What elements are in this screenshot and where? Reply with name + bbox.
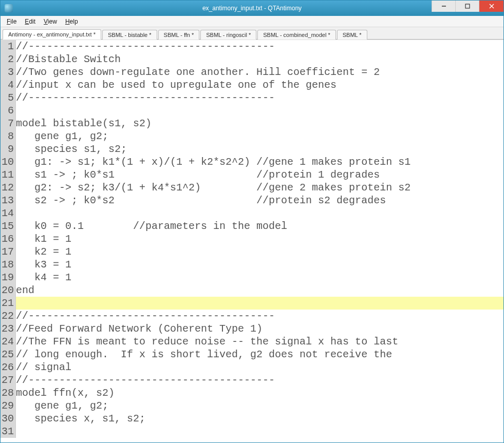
line-number: 3 — [2, 66, 14, 79]
menu-view[interactable]: View — [40, 17, 61, 26]
line-number: 6 — [2, 104, 14, 117]
code-line[interactable]: //--------------------------------------… — [16, 40, 503, 53]
line-number: 8 — [2, 130, 14, 143]
code-line[interactable]: k3 = 1 — [16, 258, 503, 271]
code-line[interactable]: k4 = 1 — [16, 271, 503, 284]
line-number: 21 — [2, 297, 14, 310]
line-number: 22 — [2, 310, 14, 322]
line-number: 31 — [2, 425, 14, 438]
tab-1[interactable]: SBML - bistable * — [102, 30, 157, 40]
line-number: 5 — [2, 91, 14, 104]
tab-2[interactable]: SBML - ffn * — [158, 30, 200, 40]
maximize-button[interactable] — [455, 1, 479, 12]
code-line[interactable]: g2: -> s2; k3/(1 + k4*s1^2) //gene 2 mak… — [16, 181, 503, 194]
line-number: 16 — [2, 233, 14, 245]
line-number: 14 — [2, 207, 14, 220]
line-number: 7 — [2, 117, 14, 130]
code-column[interactable]: //--------------------------------------… — [16, 40, 503, 438]
titlebar[interactable]: ex_antimony_input.txt - QTAntimony — [1, 1, 503, 16]
tab-4[interactable]: SBML - combined_model * — [257, 30, 335, 40]
line-number: 30 — [2, 412, 14, 425]
code-line[interactable]: model bistable(s1, s2) — [16, 117, 503, 130]
code-line[interactable]: // signal — [16, 361, 503, 374]
line-number-gutter: 1234567891011121314151617181920212223242… — [1, 40, 16, 438]
line-number: 25 — [2, 348, 14, 361]
window-controls — [432, 1, 503, 16]
tab-3[interactable]: SBML - ringoscil * — [200, 30, 256, 40]
code-line[interactable]: g1: -> s1; k1*(1 + x)/(1 + k2*s2^2) //ge… — [16, 156, 503, 168]
app-icon — [5, 4, 13, 12]
line-number: 18 — [2, 258, 14, 271]
svg-rect-1 — [465, 4, 470, 8]
code-line[interactable]: species s1, s2; — [16, 143, 503, 156]
code-line[interactable]: //Two genes down-regulate one another. H… — [16, 66, 503, 79]
editor-area: 1234567891011121314151617181920212223242… — [1, 40, 503, 442]
line-number: 1 — [2, 40, 14, 53]
line-number: 24 — [2, 335, 14, 348]
minimize-icon — [441, 4, 446, 9]
tab-0[interactable]: Antimony - ex_antimony_input.txt * — [3, 29, 101, 40]
code-line[interactable]: // long enough. If x is short lived, g2 … — [16, 348, 503, 361]
code-line[interactable] — [16, 425, 503, 438]
line-number: 26 — [2, 361, 14, 374]
tabstrip: Antimony - ex_antimony_input.txt *SBML -… — [1, 27, 503, 40]
code-line[interactable]: //input x can be used to upregulate one … — [16, 79, 503, 91]
line-number: 29 — [2, 399, 14, 412]
code-line[interactable]: gene g1, g2; — [16, 399, 503, 412]
line-number: 9 — [2, 143, 14, 156]
window-title: ex_antimony_input.txt - QTAntimony — [202, 5, 302, 12]
line-number: 28 — [2, 387, 14, 399]
code-line[interactable]: //Feed Forward Network (Coherent Type 1) — [16, 322, 503, 335]
line-number: 12 — [2, 181, 14, 194]
line-number: 23 — [2, 322, 14, 335]
line-number: 19 — [2, 271, 14, 284]
code-line[interactable] — [16, 207, 503, 220]
code-line[interactable]: k0 = 0.1 //parameters in the model — [16, 220, 503, 233]
code-line[interactable]: //--------------------------------------… — [16, 310, 503, 322]
menubar: File Edit View Help — [1, 16, 503, 27]
minimize-button[interactable] — [432, 1, 455, 12]
line-number: 11 — [2, 168, 14, 181]
tab-5[interactable]: SBML * — [337, 30, 367, 40]
code-line[interactable]: //--------------------------------------… — [16, 374, 503, 387]
line-number: 10 — [2, 156, 14, 168]
code-line[interactable]: s1 -> ; k0*s1 //protein 1 degrades — [16, 168, 503, 181]
line-number: 15 — [2, 220, 14, 233]
code-line[interactable]: //The FFN is meant to reduce noise -- th… — [16, 335, 503, 348]
close-button[interactable] — [479, 1, 503, 12]
line-number: 27 — [2, 374, 14, 387]
app-window: ex_antimony_input.txt - QTAntimony File … — [0, 0, 504, 443]
code-line[interactable]: k1 = 1 — [16, 233, 503, 245]
code-line[interactable]: s2 -> ; k0*s2 //protein s2 degrades — [16, 194, 503, 207]
code-line[interactable] — [16, 104, 503, 117]
code-line[interactable] — [16, 297, 503, 310]
code-line[interactable]: end — [16, 284, 503, 297]
code-line[interactable]: model ffn(x, s2) — [16, 387, 503, 399]
menu-edit[interactable]: Edit — [21, 17, 40, 26]
maximize-icon — [465, 4, 470, 9]
code-line[interactable]: species x, s1, s2; — [16, 412, 503, 425]
line-number: 4 — [2, 79, 14, 91]
code-line[interactable]: gene g1, g2; — [16, 130, 503, 143]
code-line[interactable]: //--------------------------------------… — [16, 91, 503, 104]
line-number: 20 — [2, 284, 14, 297]
menu-help[interactable]: Help — [61, 17, 82, 26]
code-line[interactable]: //Bistable Switch — [16, 53, 503, 66]
line-number: 2 — [2, 53, 14, 66]
menu-file[interactable]: File — [3, 17, 21, 26]
line-number: 17 — [2, 245, 14, 258]
close-icon — [489, 4, 494, 9]
code-line[interactable]: k2 = 1 — [16, 245, 503, 258]
code-editor[interactable]: 1234567891011121314151617181920212223242… — [1, 40, 503, 442]
line-number: 13 — [2, 194, 14, 207]
